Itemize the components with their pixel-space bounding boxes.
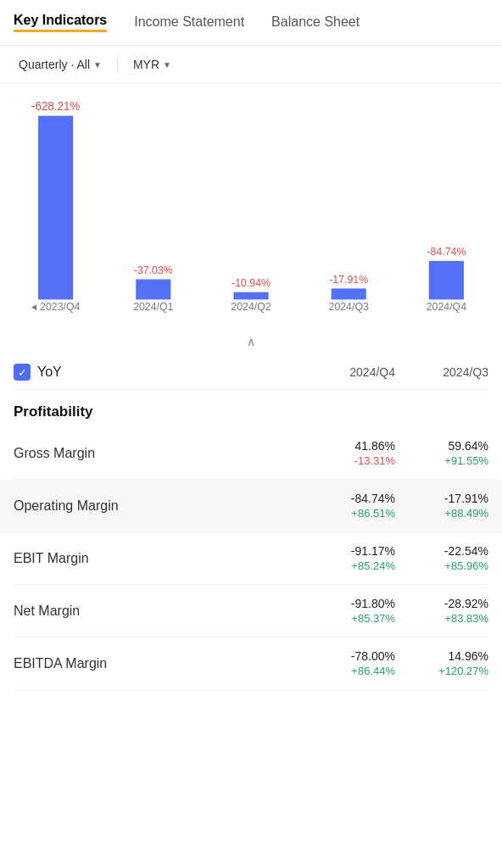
operating-margin-col1-secondary: +86.51% xyxy=(302,507,395,520)
bar-2024q1 xyxy=(136,280,170,300)
ebitda-margin-col1-secondary: +86.44% xyxy=(302,665,395,677)
ebit-margin-col2: -22.54% +85.96% xyxy=(395,544,488,572)
nav-balance-sheet[interactable]: Balance Sheet xyxy=(271,14,360,31)
nav-income-statement[interactable]: Income Statement xyxy=(134,14,244,31)
ebit-margin-col2-secondary: +85.96% xyxy=(395,559,488,572)
operating-margin-col1: -84.74% +86.51% xyxy=(302,492,395,520)
net-margin-values: -91.80% +85.37% -28.92% +83.83% xyxy=(302,597,488,625)
ebit-margin-col1: -91.17% +85.24% xyxy=(302,544,395,572)
period-chevron-icon: ▼ xyxy=(93,60,102,70)
ebitda-margin-label: EBITDA Margin xyxy=(14,656,302,671)
gross-margin-col2-primary: 59.64% xyxy=(395,439,488,453)
net-margin-col2-primary: -28.92% xyxy=(395,597,488,610)
yoy-label: YoY xyxy=(37,364,62,380)
ebitda-margin-col2: 14.96% +120.27% xyxy=(395,649,488,677)
currency-filter-button[interactable]: MYR ▼ xyxy=(128,54,176,75)
top-navigation: Key Indicators Income Statement Balance … xyxy=(0,0,502,46)
operating-margin-col2-secondary: +88.49% xyxy=(395,507,488,520)
ebitda-margin-row: EBITDA Margin -78.00% +86.44% 14.96% +12… xyxy=(14,637,488,690)
currency-chevron-icon: ▼ xyxy=(163,60,171,70)
operating-margin-col2: -17.91% +88.49% xyxy=(395,492,488,520)
operating-margin-values: -84.74% +86.51% -17.91% +88.49% xyxy=(302,492,488,520)
label-2024q3: -17.91% xyxy=(329,274,368,286)
yoy-toggle[interactable]: ✓ YoY xyxy=(14,364,302,381)
gross-margin-col1-primary: 41.86% xyxy=(302,439,395,453)
chart-collapse-button[interactable]: ∧ xyxy=(0,330,502,353)
gross-margin-col2: 59.64% +91.55% xyxy=(395,439,488,467)
bar-2024q2 xyxy=(233,292,268,300)
nav-key-indicators[interactable]: Key Indicators xyxy=(14,13,107,32)
x-label-2024q2: 2024/Q2 xyxy=(231,301,271,313)
ebitda-margin-values: -78.00% +86.44% 14.96% +120.27% xyxy=(302,649,488,677)
net-margin-col1: -91.80% +85.37% xyxy=(302,597,395,625)
operating-margin-label: Operating Margin xyxy=(14,498,302,514)
col1-header: 2024/Q4 xyxy=(302,365,395,379)
ebit-margin-col2-primary: -22.54% xyxy=(395,544,488,558)
bar-2024q3 xyxy=(332,288,366,299)
period-filter-label: Quarterly · All xyxy=(19,58,90,71)
gross-margin-values: 41.86% -13.31% 59.64% +91.55% xyxy=(302,439,488,467)
profitability-section-title: Profitability xyxy=(14,390,488,427)
label-2024q2: -10.94% xyxy=(231,277,271,289)
chart-svg: -628.21% -37.03% -10.94% -17.91% -84.74%… xyxy=(7,97,495,318)
gross-margin-row: Gross Margin 41.86% -13.31% 59.64% +91.5… xyxy=(14,427,488,480)
label-2024q4: -84.74% xyxy=(427,246,466,258)
ebit-margin-values: -91.17% +85.24% -22.54% +85.96% xyxy=(302,544,488,572)
x-label-2023q4: ◂ 2023/Q4 xyxy=(31,301,81,313)
operating-margin-col2-primary: -17.91% xyxy=(395,492,488,505)
x-label-2024q1: 2024/Q1 xyxy=(133,301,173,313)
net-margin-col1-primary: -91.80% xyxy=(302,597,395,610)
gross-margin-label: Gross Margin xyxy=(14,446,302,461)
net-margin-row: Net Margin -91.80% +85.37% -28.92% +83.8… xyxy=(14,585,488,637)
bar-2023q4 xyxy=(38,116,73,300)
bar-2024q4 xyxy=(429,261,464,300)
ebitda-margin-col1-primary: -78.00% xyxy=(302,649,395,663)
ebitda-margin-col2-primary: 14.96% xyxy=(395,649,488,663)
metrics-table: ✓ YoY 2024/Q4 2024/Q3 Profitability Gros… xyxy=(0,353,502,690)
operating-margin-row: Operating Margin -84.74% +86.51% -17.91%… xyxy=(0,480,502,532)
x-label-2024q4: 2024/Q4 xyxy=(427,301,466,313)
label-2023q4: -628.21% xyxy=(31,100,80,113)
label-2024q1: -37.03% xyxy=(134,264,173,276)
net-margin-col1-secondary: +85.37% xyxy=(302,612,395,625)
period-filter-button[interactable]: Quarterly · All ▼ xyxy=(14,54,107,75)
col2-header: 2024/Q3 xyxy=(395,365,488,379)
gross-margin-col1: 41.86% -13.31% xyxy=(302,439,395,467)
filter-divider xyxy=(117,57,118,72)
table-header: ✓ YoY 2024/Q4 2024/Q3 xyxy=(14,353,488,390)
chevron-up-icon: ∧ xyxy=(247,335,255,348)
net-margin-col2: -28.92% +83.83% xyxy=(395,597,488,625)
gross-margin-col1-secondary: -13.31% xyxy=(302,454,395,467)
ebit-margin-row: EBIT Margin -91.17% +85.24% -22.54% +85.… xyxy=(14,532,488,585)
bar-chart: -628.21% -37.03% -10.94% -17.91% -84.74%… xyxy=(0,84,502,330)
ebitda-margin-col2-secondary: +120.27% xyxy=(395,665,488,677)
filter-bar: Quarterly · All ▼ MYR ▼ xyxy=(0,46,502,84)
net-margin-col2-secondary: +83.83% xyxy=(395,612,488,625)
yoy-checkbox-icon: ✓ xyxy=(14,364,31,381)
operating-margin-col1-primary: -84.74% xyxy=(302,492,395,505)
net-margin-label: Net Margin xyxy=(14,604,302,619)
ebit-margin-col1-secondary: +85.24% xyxy=(302,559,395,572)
x-label-2024q3: 2024/Q3 xyxy=(329,301,369,313)
ebitda-margin-col1: -78.00% +86.44% xyxy=(302,649,395,677)
ebit-margin-col1-primary: -91.17% xyxy=(302,544,395,558)
currency-filter-label: MYR xyxy=(133,58,159,71)
ebit-margin-label: EBIT Margin xyxy=(14,551,302,566)
gross-margin-col2-secondary: +91.55% xyxy=(395,454,488,467)
